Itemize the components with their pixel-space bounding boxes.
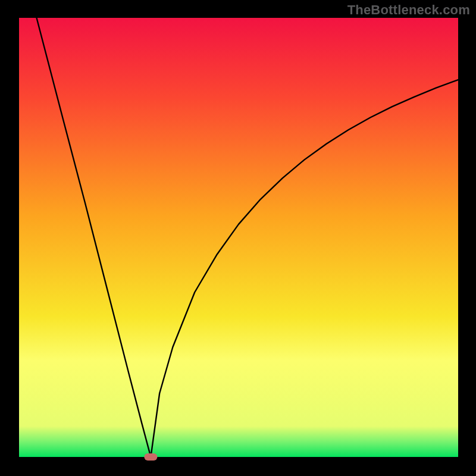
svg-rect-2 — [144, 453, 157, 461]
bottleneck-chart — [0, 0, 476, 476]
svg-rect-1 — [19, 18, 458, 457]
chart-container: TheBottleneck.com — [0, 0, 476, 476]
watermark-text: TheBottleneck.com — [347, 2, 470, 18]
